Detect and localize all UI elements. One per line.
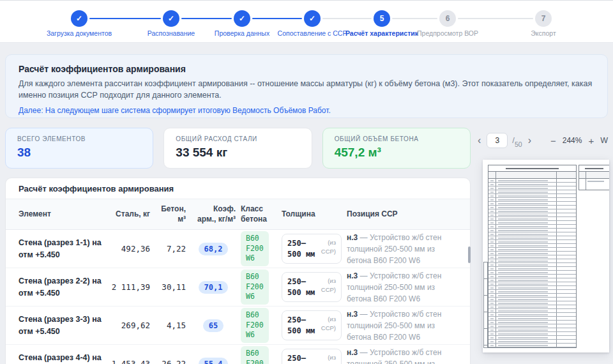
thickness-source: (из ССР): [321, 353, 336, 364]
thickness-value: 250–500 мм: [287, 238, 318, 260]
table-header-row: Элемент Сталь, кг Бетон, м³ Коэф. арм., …: [6, 199, 470, 230]
drawing-table-header: [579, 172, 609, 179]
concrete-value: 7,22: [155, 244, 186, 254]
table-row: Стена (разрез 4-4) на отм +5.450 1 453,4…: [6, 345, 470, 364]
stepper-bar: ✓ Загрузка документов ✓ Распознавание ✓ …: [0, 0, 613, 43]
page-total: / 50: [512, 136, 522, 146]
check-icon: ✓: [163, 10, 179, 27]
next-page-icon[interactable]: ›: [527, 135, 533, 146]
prev-page-icon[interactable]: ‹: [476, 135, 482, 146]
card-label: ВСЕГО ЭЛЕМЕНТОВ: [17, 135, 141, 142]
concrete-class-badge: B60 F200 W6: [241, 269, 269, 305]
step-number: 5: [374, 10, 390, 27]
col-steel: Сталь, кг: [108, 209, 150, 220]
step-label: Предпросмотр ВОР: [400, 29, 496, 37]
thickness-chip: 250–500 мм (из ССР): [282, 234, 342, 264]
page-number-input[interactable]: [487, 133, 508, 148]
drawing-table-title: [488, 165, 576, 172]
concrete-class-badge: B60 F200 W6: [241, 308, 269, 343]
table-row: Стена (разрез 2-2) на отм +5.450 2 111,3…: [6, 268, 470, 307]
stepper-connector: [181, 18, 232, 19]
drawing-row-text: [587, 181, 604, 182]
col-coef: Коэф. арм., кг/м³: [191, 204, 236, 224]
info-panel-body: Для каждого элемента рассчитан коэффицие…: [19, 78, 594, 101]
thickness-source: (из ССР): [321, 277, 336, 295]
steel-value: 492,36: [108, 244, 150, 254]
preview-page[interactable]: [483, 160, 609, 353]
drawing-table-title: [579, 165, 609, 172]
total-concrete-card: ОБЩИЙ ОБЪЁМ БЕТОНА 457,2 м³: [322, 128, 471, 169]
col-position: Позиция ССР: [347, 209, 457, 220]
ssr-position: н.3 — Устройство ж/б стен толщиной 250-5…: [347, 347, 457, 364]
concrete-class-badge: B60 F200 W6: [241, 231, 269, 266]
thickness-value: 250–500 мм: [287, 315, 318, 337]
info-panel-next-note: Далее: На следующем шаге система сформир…: [19, 106, 594, 115]
steel-value: 269,62: [108, 321, 150, 330]
col-class: Класс бетона: [241, 204, 276, 224]
steel-value: 1 453,43: [108, 359, 150, 364]
zoom-out-icon[interactable]: −: [550, 135, 556, 146]
preview-toolbar: ‹ / 50 › − 244% + W: [476, 132, 609, 149]
check-icon: ✓: [71, 10, 87, 27]
col-element: Элемент: [19, 209, 103, 220]
thickness-source: (из ССР): [321, 238, 336, 257]
card-label: ОБЩИЙ ОБЪЁМ БЕТОНА: [335, 135, 458, 142]
drawing-stamp-boxes: [483, 262, 488, 348]
position-code: н.3: [347, 310, 358, 319]
thickness-chip: 250–500 мм (из ССР): [282, 349, 342, 364]
ssr-position: н.3 — Устройство ж/б стен толщиной 250-5…: [347, 232, 457, 266]
ssr-position: н.3 — Устройство ж/б стен толщиной 250-5…: [347, 308, 457, 343]
zoom-in-icon[interactable]: +: [588, 135, 594, 146]
check-icon: ✓: [304, 10, 321, 27]
content-scrollbar[interactable]: [468, 246, 471, 263]
element-name: Стена (разрез 3-3) на отм +5.450: [19, 314, 103, 338]
table-row: Стена (разрез 3-3) на отм +5.450 269,62 …: [6, 307, 470, 345]
drawing-column-line: [586, 172, 586, 190]
coef-badge: 68,2: [199, 243, 229, 255]
drawing-row-text: [498, 180, 548, 346]
element-name: Стена (разрез 4-4) на отм +5.450: [19, 352, 103, 364]
fit-width-button[interactable]: W: [600, 136, 608, 145]
card-value: 457,2 м³: [335, 146, 458, 160]
drawing-left-table: [488, 165, 577, 348]
drawing-table-header: [488, 172, 576, 179]
step-label: Загрузка документов: [31, 29, 127, 37]
zoom-level: 244%: [563, 136, 582, 145]
summary-cards: ВСЕГО ЭЛЕМЕНТОВ 38 ОБЩИЙ РАСХОД СТАЛИ 33…: [5, 128, 471, 169]
position-text: — Устройство ж/б стен толщиной 250-500 м…: [347, 348, 441, 364]
card-label: ОБЩИЙ РАСХОД СТАЛИ: [176, 135, 299, 142]
table-title: Расчёт коэффициентов армирования: [6, 178, 470, 199]
info-panel-title: Расчёт коэффициентов армирования: [19, 64, 594, 74]
info-panel: Расчёт коэффициентов армирования Для каж…: [5, 54, 608, 118]
total-steel-card: ОБЩИЙ РАСХОД СТАЛИ 33 554 кг: [163, 128, 312, 169]
position-code: н.3: [347, 233, 358, 242]
ssr-position: н.3 — Устройство ж/б стен толщиной 250-5…: [347, 270, 457, 305]
coef-badge: 65: [203, 319, 223, 332]
element-name: Стена (разрез 2-2) на отм +5.450: [19, 275, 103, 300]
steel-value: 2 111,39: [108, 282, 150, 292]
card-value: 33 554 кг: [176, 146, 299, 160]
position-text: — Устройство ж/б стен толщиной 250-500 м…: [347, 271, 441, 303]
concrete-class-badge: B60 F200 W6: [241, 346, 269, 364]
col-thickness: Толщина: [282, 209, 342, 220]
drawing-row-numbers: [490, 180, 494, 346]
position-code: н.3: [347, 271, 358, 280]
concrete-value: 26,22: [155, 359, 186, 364]
stepper-connector: [322, 18, 372, 19]
reinforcement-table-card: Расчёт коэффициентов армирования Элемент…: [5, 178, 471, 364]
element-name: Стена (разрез 1-1) на отм +5.450: [19, 237, 103, 261]
document-preview-pane: ‹ / 50 › − 244% + W: [476, 128, 609, 364]
step-label: Экспорт: [496, 29, 591, 37]
total-pages: 50: [515, 140, 522, 148]
concrete-value: 30,11: [155, 282, 186, 292]
step-number: 6: [439, 10, 456, 27]
position-code: н.3: [347, 348, 358, 357]
total-elements-card: ВСЕГО ЭЛЕМЕНТОВ 38: [5, 128, 153, 169]
position-text: — Устройство ж/б стен толщиной 250-500 м…: [347, 233, 441, 265]
stepper-connector: [458, 18, 533, 19]
coef-badge: 55,4: [199, 358, 229, 364]
table-row: Стена (разрез 1-1) на отм +5.450 492,36 …: [6, 230, 470, 268]
thickness-value: 250–500 мм: [287, 353, 318, 364]
stepper-connector: [392, 18, 437, 19]
concrete-value: 4,15: [155, 321, 186, 330]
